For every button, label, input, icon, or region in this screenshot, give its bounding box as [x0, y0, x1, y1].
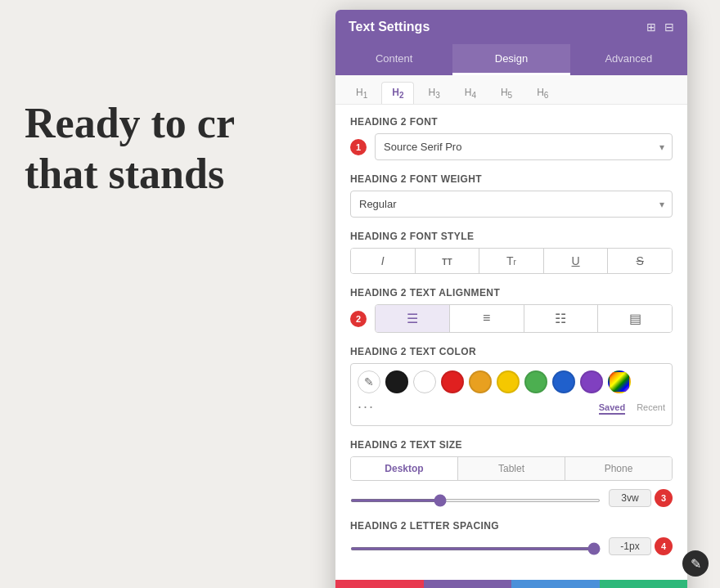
heading-tab-h6[interactable]: H6	[526, 82, 559, 104]
align-left-button[interactable]: ☰	[376, 305, 450, 332]
color-swatch-green[interactable]	[524, 370, 547, 393]
caps-button[interactable]: TT	[416, 249, 480, 273]
font-weight-setting: Heading 2 Font Weight Regular Thin Light…	[350, 173, 673, 218]
align-justify-button[interactable]: ▤	[598, 305, 672, 332]
underline-button[interactable]: U	[544, 249, 609, 273]
text-size-label: Heading 2 Text Size	[350, 439, 673, 451]
color-swatches-row: ✎	[358, 370, 665, 393]
color-swatch-orange[interactable]	[469, 370, 492, 393]
redo-button[interactable]: ↻	[511, 580, 600, 588]
expand-icon[interactable]: ⊞	[646, 20, 656, 34]
italic-button[interactable]: I	[351, 249, 416, 273]
color-swatch-purple[interactable]	[580, 370, 603, 393]
color-tabs: Saved Recent	[599, 402, 665, 415]
heading-tab-h5[interactable]: H5	[490, 82, 523, 104]
panel-header: Text Settings ⊞ ⊟	[335, 10, 687, 44]
badge-2: 2	[350, 311, 367, 327]
corner-edit-icon[interactable]: ✎	[682, 550, 709, 577]
align-right-button[interactable]: ☷	[524, 305, 599, 332]
font-style-buttons: I TT Tr U S	[350, 248, 673, 274]
device-tab-tablet[interactable]: Tablet	[458, 457, 565, 480]
device-tabs: Desktop Tablet Phone	[350, 456, 673, 481]
color-swatch-rainbow[interactable]	[608, 370, 631, 393]
text-size-slider-wrap	[350, 491, 601, 505]
font-select-wrap: Source Serif Pro Arial Georgia ▾	[375, 133, 673, 160]
text-color-label: Heading 2 Text Color	[350, 346, 673, 357]
saved-tab[interactable]: Saved	[599, 402, 625, 415]
panel-header-icons: ⊞ ⊟	[646, 20, 674, 34]
heading-tab-h1[interactable]: H1	[345, 82, 378, 104]
letter-spacing-slider-row: -1px 4	[350, 537, 673, 555]
color-swatch-black[interactable]	[385, 370, 408, 393]
settings-body: Heading 2 Font 1 Source Serif Pro Arial …	[335, 105, 687, 580]
badge-3: 3	[655, 489, 673, 507]
tab-advanced[interactable]: Advanced	[570, 44, 687, 75]
collapse-icon[interactable]: ⊟	[664, 20, 674, 34]
panel-body: H1 H2 H3 H4 H5 H6 Heading 2 Font 1 Sourc…	[335, 75, 687, 580]
text-color-setting: Heading 2 Text Color ✎	[350, 346, 673, 426]
text-size-setting: Heading 2 Text Size Desktop Tablet Phone…	[350, 439, 673, 507]
font-style-label: Heading 2 Font Style	[350, 231, 673, 242]
capitalize-button[interactable]: Tr	[479, 249, 544, 273]
text-size-value: 3vw	[609, 489, 651, 507]
text-alignment-label: Heading 2 Text Alignment	[350, 287, 673, 298]
letter-spacing-slider-wrap	[350, 539, 601, 554]
text-size-value-wrap: 3vw 3	[609, 489, 673, 507]
strikethrough-button[interactable]: S	[608, 249, 672, 273]
more-colors-icon[interactable]: ···	[358, 398, 375, 415]
letter-spacing-slider[interactable]	[350, 547, 601, 550]
heading-tab-h4[interactable]: H4	[454, 82, 487, 104]
text-size-slider-row: 3vw 3	[350, 489, 673, 507]
color-swatch-red[interactable]	[441, 370, 464, 393]
background-text: Ready to cr that stands	[25, 98, 235, 200]
text-size-slider[interactable]	[350, 499, 601, 502]
color-swatch-white[interactable]	[413, 370, 436, 393]
font-weight-select[interactable]: Regular Thin Light Medium SemiBold Bold	[350, 191, 673, 218]
letter-spacing-value-wrap: -1px 4	[609, 537, 673, 555]
font-label: Heading 2 Font	[350, 116, 673, 128]
panel-title: Text Settings	[349, 20, 430, 34]
font-select[interactable]: Source Serif Pro Arial Georgia	[375, 133, 673, 160]
eyedropper-swatch[interactable]: ✎	[358, 370, 380, 393]
cancel-button[interactable]: ✕	[335, 580, 424, 588]
align-center-button[interactable]: ≡	[450, 305, 524, 332]
undo-button[interactable]: ↺	[424, 580, 512, 588]
tab-design[interactable]: Design	[452, 44, 569, 75]
device-tab-phone[interactable]: Phone	[565, 457, 672, 480]
color-swatch-yellow[interactable]	[497, 370, 520, 393]
font-weight-label: Heading 2 Font Weight	[350, 173, 673, 185]
font-weight-select-wrap: Regular Thin Light Medium SemiBold Bold …	[350, 191, 673, 218]
color-swatch-blue[interactable]	[552, 370, 575, 393]
alignment-buttons: ☰ ≡ ☷ ▤	[375, 304, 673, 333]
tab-bar: Content Design Advanced	[335, 44, 687, 75]
letter-spacing-setting: Heading 2 Letter Spacing -1px 4	[350, 520, 673, 555]
badge-4: 4	[655, 537, 673, 555]
heading-tab-h2[interactable]: H2	[381, 82, 414, 104]
letter-spacing-value: -1px	[609, 537, 651, 555]
action-bar: ✕ ↺ ↻ ✓	[335, 580, 687, 588]
badge-1: 1	[350, 139, 367, 155]
recent-tab[interactable]: Recent	[637, 402, 665, 415]
tab-content[interactable]: Content	[335, 44, 452, 75]
text-alignment-setting: Heading 2 Text Alignment 2 ☰ ≡ ☷ ▤	[350, 287, 673, 333]
letter-spacing-label: Heading 2 Letter Spacing	[350, 520, 673, 532]
text-settings-panel: Text Settings ⊞ ⊟ Content Design Advance…	[335, 10, 687, 588]
color-area: ✎ ··· Saved	[350, 363, 673, 426]
heading-tabs: H1 H2 H3 H4 H5 H6	[335, 75, 687, 105]
device-tab-desktop[interactable]: Desktop	[351, 457, 458, 480]
confirm-button[interactable]: ✓	[600, 580, 688, 588]
font-style-setting: Heading 2 Font Style I TT Tr U S	[350, 231, 673, 274]
heading-tab-h3[interactable]: H3	[417, 82, 450, 104]
font-setting: Heading 2 Font 1 Source Serif Pro Arial …	[350, 116, 673, 160]
